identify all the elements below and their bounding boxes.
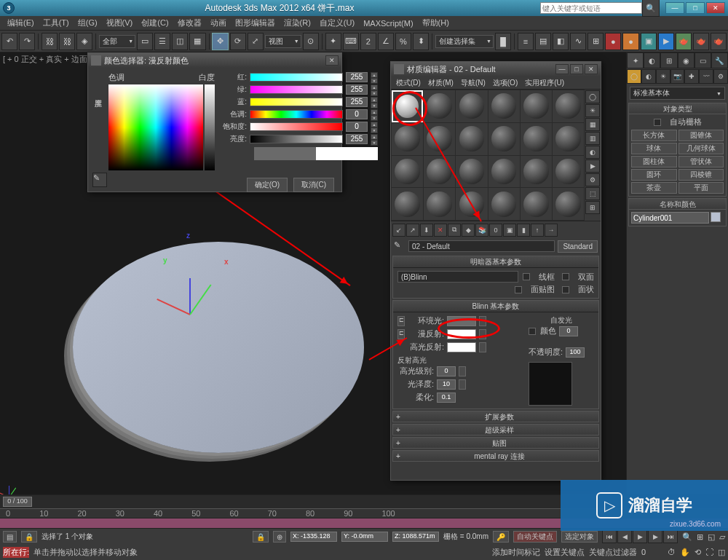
select-move-icon[interactable]: ✥: [212, 33, 228, 50]
diffuse-lock-icon[interactable]: ⊏: [397, 329, 405, 339]
schematic-icon[interactable]: ⊞: [587, 33, 604, 50]
material-slot[interactable]: [521, 90, 552, 122]
torus-button[interactable]: 圆环: [631, 169, 677, 181]
sphere-button[interactable]: 球体: [631, 143, 677, 154]
menu-animation[interactable]: 动画: [206, 16, 231, 30]
selfillum-color-checkbox[interactable]: [529, 328, 536, 335]
material-slot[interactable]: [456, 188, 487, 220]
material-slot[interactable]: [553, 156, 584, 188]
use-pivot-icon[interactable]: ⊙: [303, 33, 319, 50]
material-slot[interactable]: [392, 188, 423, 220]
dialog-close-icon[interactable]: ✕: [325, 55, 339, 66]
autogrid-checkbox[interactable]: [654, 119, 661, 126]
helpers-icon[interactable]: ✚: [684, 69, 699, 84]
now-button[interactable]: 所在行:: [3, 547, 29, 558]
reset-map-icon[interactable]: ✕: [434, 224, 447, 237]
gloss-spinner[interactable]: 10: [437, 379, 456, 390]
map-slot[interactable]: [479, 316, 486, 326]
dialog-titlebar[interactable]: 颜色选择器: 漫反射颜色 ✕: [88, 53, 341, 68]
material-slot[interactable]: [488, 156, 520, 188]
make-preview-icon[interactable]: ▶: [585, 159, 600, 173]
viewport-label[interactable]: [ + 0 正交 + 真实 + 边面 ]: [3, 54, 92, 65]
bind-spacewarp-icon[interactable]: ◈: [76, 33, 92, 50]
material-slot[interactable]: [488, 123, 520, 155]
graphite-icon[interactable]: ◧: [553, 33, 569, 50]
mentalray-rollout[interactable]: mental ray 连接: [392, 450, 599, 462]
key-mode-icon[interactable]: 🔑: [493, 531, 509, 543]
material-editor-icon[interactable]: ●: [605, 33, 621, 50]
render-frame-icon[interactable]: ▣: [641, 33, 657, 50]
goto-end-icon[interactable]: ⏭: [663, 530, 678, 543]
sample-uv-icon[interactable]: ▥: [585, 132, 600, 145]
shader-dropdown[interactable]: (B)Blinn: [397, 271, 518, 283]
menu-create[interactable]: 创建(C): [137, 16, 173, 30]
menu-grapheditors[interactable]: 图形编辑器: [231, 16, 280, 30]
maxscript-mini-icon[interactable]: ▤: [3, 531, 17, 543]
green-value[interactable]: 255: [346, 84, 368, 95]
menu-edit[interactable]: 编辑(E): [3, 16, 39, 30]
sat-spinner[interactable]: ▲▼: [371, 122, 378, 132]
utilities-tab[interactable]: 🔧: [711, 52, 728, 68]
red-slider[interactable]: [250, 73, 343, 82]
material-slot[interactable]: [424, 156, 455, 188]
mat-menu-material[interactable]: 材质(M): [424, 76, 457, 89]
play-icon[interactable]: ▶: [633, 530, 647, 543]
material-slot[interactable]: [521, 123, 552, 155]
create-tab[interactable]: ✦: [627, 52, 644, 68]
hierarchy-tab[interactable]: ⊞: [660, 52, 677, 68]
material-slot[interactable]: [553, 188, 584, 220]
material-slot[interactable]: [553, 123, 584, 155]
redo-icon[interactable]: ↷: [19, 33, 35, 50]
val-spinner[interactable]: ▲▼: [371, 134, 378, 144]
snap-angle-icon[interactable]: ∠: [378, 33, 394, 50]
wire-checkbox[interactable]: [523, 273, 530, 280]
green-slider[interactable]: [250, 85, 343, 94]
assign-to-sel-icon[interactable]: ⬇: [420, 224, 433, 237]
hue-sat-field[interactable]: [108, 84, 203, 170]
prev-frame-icon[interactable]: ◀: [617, 530, 632, 543]
select-manipulate-icon[interactable]: ✦: [325, 33, 341, 50]
mat-menu-mode[interactable]: 模式(D): [392, 76, 424, 89]
diffuse-swatch[interactable]: [447, 329, 476, 339]
maps-rollout[interactable]: 贴图: [392, 437, 599, 449]
object-type-header[interactable]: 对象类型: [628, 103, 727, 114]
tube-button[interactable]: 管状体: [678, 156, 724, 167]
isolate-icon[interactable]: 🔒: [253, 531, 269, 543]
cylinder-button[interactable]: 圆柱体: [631, 156, 677, 167]
rollout-header[interactable]: 明暗器基本参数: [393, 256, 598, 268]
spacewarps-icon[interactable]: 〰: [699, 69, 713, 84]
value-slider[interactable]: [205, 84, 215, 170]
modify-tab[interactable]: ◐: [644, 52, 660, 68]
x-coord[interactable]: X: -1335.128: [290, 532, 337, 542]
maximize-button[interactable]: □: [686, 2, 705, 14]
autokey-button[interactable]: 自动关键点: [513, 531, 557, 543]
snap-percent-icon[interactable]: %: [395, 33, 411, 50]
pan-icon[interactable]: ✋: [680, 548, 690, 557]
spinner-snap-icon[interactable]: ⬍: [413, 33, 429, 50]
quick-render-icon[interactable]: 🫖: [676, 33, 692, 50]
mat-menu-options[interactable]: 选项(O): [489, 76, 521, 89]
backlight-icon[interactable]: ☀: [585, 104, 600, 117]
link-icon[interactable]: ⛓: [41, 33, 58, 50]
lights-icon[interactable]: ☀: [656, 69, 670, 84]
selected-key-button[interactable]: 选定对象: [561, 531, 598, 543]
select-region-icon[interactable]: ◫: [172, 33, 188, 50]
ambient-swatch[interactable]: [447, 316, 476, 326]
unlink-icon[interactable]: ⛓: [59, 33, 75, 50]
green-spinner[interactable]: ▲▼: [371, 84, 378, 95]
map-slot[interactable]: [479, 329, 486, 339]
mat-map-nav-icon[interactable]: ⊞: [585, 201, 600, 214]
pyramid-button[interactable]: 四棱锥: [678, 169, 724, 181]
current-frame[interactable]: 0: [641, 548, 663, 556]
select-rotate-icon[interactable]: ⟳: [230, 33, 246, 50]
material-slot[interactable]: [392, 123, 423, 155]
go-parent-icon[interactable]: ↑: [531, 224, 544, 237]
sat-value[interactable]: 0: [346, 122, 368, 132]
options-icon[interactable]: ⚙: [585, 173, 600, 186]
keyboard-shortcut-icon[interactable]: ⌨: [343, 33, 359, 50]
object-name-input[interactable]: [631, 212, 709, 224]
menu-help[interactable]: 帮助(H): [418, 16, 454, 30]
layers-icon[interactable]: ▤: [535, 33, 551, 50]
close-button[interactable]: ✕: [706, 2, 725, 14]
material-type-button[interactable]: Standard: [558, 240, 598, 253]
